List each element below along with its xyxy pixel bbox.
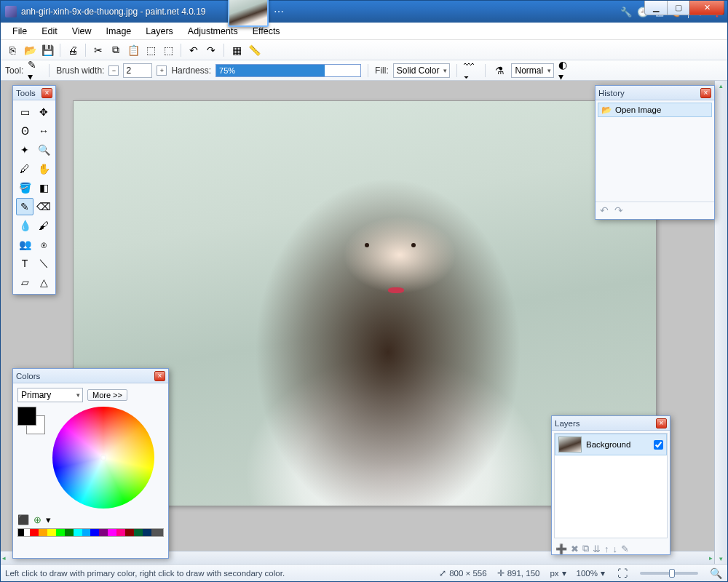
layer-up-icon[interactable]: ↑: [604, 543, 609, 554]
blendmode-dropdown[interactable]: Normal: [511, 63, 554, 78]
add-palette-icon[interactable]: ⊕: [33, 514, 41, 525]
tool-text[interactable]: T: [16, 255, 33, 272]
menu-view[interactable]: View: [65, 24, 99, 39]
colors-panel: Colors× Primary More >> ⬛ ⊕ ▾: [12, 368, 169, 559]
minimize-button[interactable]: ▁: [644, 1, 668, 15]
swap-colors-icon[interactable]: ⬛: [17, 514, 29, 525]
tool-options-bar: Tool: ✎ ▾ Brush width: − + Hardness: 75%…: [1, 60, 727, 81]
tool-brush[interactable]: 🖊: [16, 160, 33, 178]
new-icon[interactable]: ⎘: [5, 43, 20, 57]
open-icon[interactable]: 📂: [23, 43, 37, 57]
menu-image[interactable]: Image: [99, 24, 139, 39]
color-wheel[interactable]: [52, 407, 154, 509]
tool-eraser[interactable]: ⌫: [35, 198, 52, 215]
zoom-fit-icon[interactable]: ⛶: [615, 566, 630, 581]
open-image-icon: 📂: [601, 105, 612, 115]
layer-visible-checkbox[interactable]: [654, 440, 663, 450]
layer-row[interactable]: Background: [555, 434, 667, 455]
layers-panel-close[interactable]: ×: [656, 418, 667, 428]
brushwidth-decr[interactable]: −: [108, 65, 119, 76]
zoom-slider[interactable]: [640, 572, 698, 575]
status-zoom[interactable]: 100% ▾: [577, 568, 605, 578]
tool-shapes2[interactable]: △: [35, 274, 52, 291]
layer-name: Background: [586, 440, 630, 449]
fill-dropdown[interactable]: Solid Color: [393, 63, 451, 78]
menu-layers[interactable]: Layers: [138, 24, 181, 39]
tool-fill[interactable]: 🪣: [16, 179, 33, 196]
layer-add-icon[interactable]: ➕: [555, 543, 567, 554]
color-mode-dropdown[interactable]: Primary: [17, 388, 83, 402]
tools-panel-close[interactable]: ×: [41, 88, 52, 98]
menu-file[interactable]: File: [5, 24, 34, 39]
layer-duplicate-icon[interactable]: ⧉: [582, 543, 589, 554]
status-canvas-size: ⤢ 800 × 556: [439, 568, 486, 578]
maximize-button[interactable]: ▢: [667, 1, 690, 15]
redo-icon[interactable]: ↷: [204, 43, 218, 57]
tool-gradient[interactable]: ◧: [35, 179, 52, 196]
tools-window-toggle[interactable]: 🔧: [619, 4, 633, 19]
thumbstrip-overflow[interactable]: ⋯: [273, 0, 285, 27]
tool-stamp[interactable]: ⍟: [35, 236, 52, 253]
history-redo-icon[interactable]: ↷: [614, 204, 623, 216]
tool-pencil[interactable]: ✎: [16, 198, 33, 215]
copy-icon[interactable]: ⧉: [108, 43, 123, 57]
tool-shapes[interactable]: ▱: [16, 274, 33, 291]
titlebar: ▁ ▢ ✕ anh-girl-xinh-9x-de-thuong.jpg - p…: [1, 1, 727, 23]
layer-props-icon[interactable]: ✎: [621, 543, 629, 554]
print-icon[interactable]: 🖨: [66, 43, 80, 57]
image-thumbstrip: ⋯: [228, 0, 285, 27]
crop-icon[interactable]: ⬚: [143, 43, 158, 57]
layer-down-icon[interactable]: ↓: [613, 543, 618, 554]
blend-icon[interactable]: ⚗: [492, 63, 507, 78]
tool-move-sel[interactable]: ✥: [35, 103, 52, 121]
colors-more-button[interactable]: More >>: [87, 389, 127, 401]
status-hint: Left click to draw with primary color, r…: [5, 569, 285, 578]
brushwidth-input[interactable]: [123, 63, 152, 78]
tool-zoom[interactable]: 🔍: [35, 141, 52, 159]
tool-line[interactable]: ＼: [35, 255, 52, 272]
history-item-label: Open Image: [615, 105, 661, 114]
vertical-scrollbar[interactable]: ▴▾: [714, 81, 727, 564]
brushwidth-label: Brush width:: [56, 65, 104, 76]
colors-panel-title: Colors: [16, 372, 40, 380]
history-item[interactable]: 📂 Open Image: [598, 103, 712, 117]
undo-icon[interactable]: ↶: [186, 43, 201, 57]
menubar: File Edit View Image Layers Adjustments …: [1, 23, 727, 40]
palette-menu-icon[interactable]: ▾: [46, 514, 51, 525]
zoom-in-icon[interactable]: 🔍: [708, 566, 723, 581]
deselect-icon[interactable]: ⬚: [161, 43, 175, 57]
tool-recolor[interactable]: 🖌: [35, 217, 52, 234]
grid-icon[interactable]: ▦: [229, 43, 244, 57]
tool-clone[interactable]: 👥: [16, 236, 33, 253]
paste-icon[interactable]: 📋: [126, 43, 141, 57]
layers-panel-title: Layers: [555, 419, 580, 428]
tool-pan[interactable]: ✋: [35, 160, 52, 178]
tool-move[interactable]: ↔: [35, 122, 52, 140]
history-panel-close[interactable]: ×: [700, 88, 711, 98]
layer-opacity-icon[interactable]: ◐ ▾: [558, 63, 573, 78]
tool-label: Tool:: [5, 65, 23, 76]
tool-rect-select[interactable]: ▭: [16, 103, 33, 121]
tool-wand[interactable]: ✦: [16, 141, 33, 159]
palette-strip[interactable]: [17, 528, 164, 537]
save-icon[interactable]: 💾: [40, 43, 55, 57]
tools-panel-title: Tools: [16, 89, 36, 97]
ruler-icon[interactable]: 📏: [247, 43, 261, 57]
image-thumb[interactable]: [228, 0, 269, 27]
color-swatches[interactable]: [17, 407, 47, 436]
tool-picker[interactable]: 💧: [16, 217, 33, 234]
cut-icon[interactable]: ✂: [91, 43, 106, 57]
antialias-icon[interactable]: 〰 ▾: [464, 63, 478, 78]
active-tool-icon[interactable]: ✎ ▾: [28, 63, 42, 78]
hardness-slider[interactable]: 75%: [215, 64, 361, 77]
layer-merge-icon[interactable]: ⇊: [593, 543, 601, 554]
colors-panel-close[interactable]: ×: [154, 371, 165, 381]
close-button[interactable]: ✕: [689, 1, 724, 15]
history-undo-icon[interactable]: ↶: [600, 204, 609, 216]
primary-swatch[interactable]: [17, 407, 36, 426]
layer-delete-icon[interactable]: ✖: [571, 543, 579, 554]
status-unit[interactable]: px ▾: [550, 568, 566, 578]
menu-edit[interactable]: Edit: [34, 24, 65, 39]
brushwidth-incr[interactable]: +: [157, 65, 167, 76]
tool-lasso[interactable]: ʘ: [16, 122, 33, 140]
